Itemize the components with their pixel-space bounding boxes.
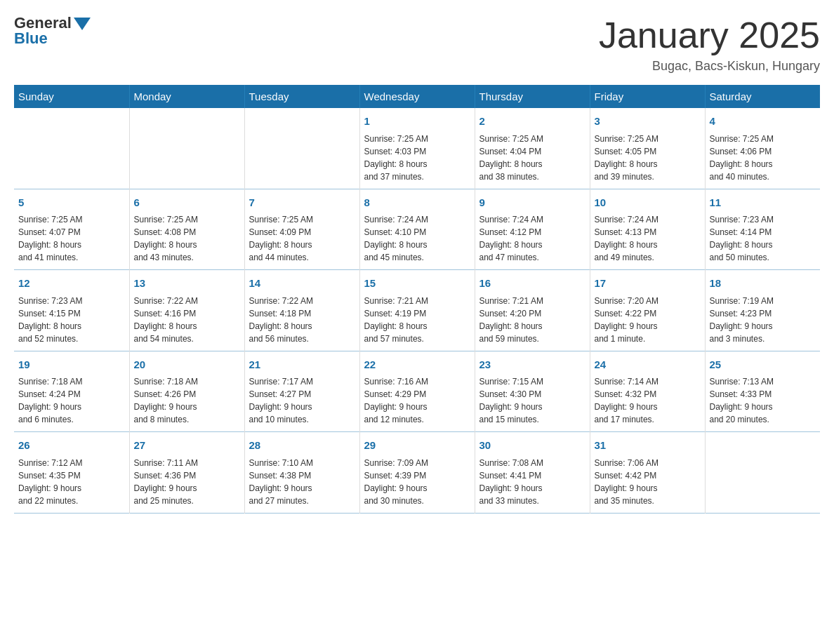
day-header-saturday: Saturday	[705, 85, 820, 108]
day-number: 12	[18, 276, 125, 292]
day-info: Sunrise: 7:08 AMSunset: 4:41 PMDaylight:…	[479, 457, 585, 507]
day-header-wednesday: Wednesday	[359, 85, 475, 108]
day-number: 22	[364, 357, 470, 373]
day-info: Sunrise: 7:18 AMSunset: 4:26 PMDaylight:…	[134, 375, 240, 426]
calendar-cell: 21Sunrise: 7:17 AMSunset: 4:27 PMDayligh…	[244, 351, 359, 432]
logo-arrow-icon	[74, 18, 91, 30]
day-number: 31	[595, 438, 701, 454]
day-info: Sunrise: 7:19 AMSunset: 4:23 PMDaylight:…	[710, 295, 816, 345]
day-number: 7	[249, 195, 355, 211]
day-header-thursday: Thursday	[475, 85, 590, 108]
calendar-cell: 2Sunrise: 7:25 AMSunset: 4:04 PMDaylight…	[475, 108, 590, 189]
day-info: Sunrise: 7:14 AMSunset: 4:32 PMDaylight:…	[595, 375, 701, 426]
logo-blue-text: Blue	[14, 29, 48, 48]
calendar-cell: 7Sunrise: 7:25 AMSunset: 4:09 PMDaylight…	[244, 189, 359, 270]
day-info: Sunrise: 7:25 AMSunset: 4:04 PMDaylight:…	[479, 133, 585, 183]
day-number: 6	[134, 195, 240, 211]
day-info: Sunrise: 7:16 AMSunset: 4:29 PMDaylight:…	[364, 375, 470, 426]
day-info: Sunrise: 7:18 AMSunset: 4:24 PMDaylight:…	[18, 375, 125, 426]
day-header-sunday: Sunday	[14, 85, 129, 108]
day-number: 21	[249, 357, 355, 373]
day-number: 25	[710, 357, 816, 373]
calendar-table: SundayMondayTuesdayWednesdayThursdayFrid…	[14, 85, 820, 514]
day-info: Sunrise: 7:25 AMSunset: 4:05 PMDaylight:…	[595, 133, 701, 183]
day-header-friday: Friday	[590, 85, 705, 108]
calendar-week-row: 5Sunrise: 7:25 AMSunset: 4:07 PMDaylight…	[14, 189, 820, 270]
calendar-cell: 5Sunrise: 7:25 AMSunset: 4:07 PMDaylight…	[14, 189, 129, 270]
day-number: 17	[595, 276, 701, 292]
calendar-cell: 14Sunrise: 7:22 AMSunset: 4:18 PMDayligh…	[244, 270, 359, 351]
calendar-cell: 31Sunrise: 7:06 AMSunset: 4:42 PMDayligh…	[590, 432, 705, 514]
day-info: Sunrise: 7:21 AMSunset: 4:19 PMDaylight:…	[364, 295, 470, 345]
day-info: Sunrise: 7:25 AMSunset: 4:07 PMDaylight:…	[18, 213, 125, 264]
calendar-cell: 17Sunrise: 7:20 AMSunset: 4:22 PMDayligh…	[590, 270, 705, 351]
day-number: 10	[595, 195, 701, 211]
calendar-cell: 1Sunrise: 7:25 AMSunset: 4:03 PMDaylight…	[359, 108, 475, 189]
day-info: Sunrise: 7:10 AMSunset: 4:38 PMDaylight:…	[249, 457, 355, 507]
calendar-cell: 27Sunrise: 7:11 AMSunset: 4:36 PMDayligh…	[129, 432, 244, 514]
calendar-cell: 22Sunrise: 7:16 AMSunset: 4:29 PMDayligh…	[359, 351, 475, 432]
title-section: January 2025 Bugac, Bacs-Kiskun, Hungary	[599, 14, 820, 74]
day-number: 18	[710, 276, 816, 292]
calendar-cell: 28Sunrise: 7:10 AMSunset: 4:38 PMDayligh…	[244, 432, 359, 514]
day-number: 16	[479, 276, 585, 292]
location-text: Bugac, Bacs-Kiskun, Hungary	[599, 59, 820, 74]
day-number: 29	[364, 438, 470, 454]
calendar-cell: 20Sunrise: 7:18 AMSunset: 4:26 PMDayligh…	[129, 351, 244, 432]
page-header: General Blue January 2025 Bugac, Bacs-Ki…	[14, 14, 820, 74]
day-info: Sunrise: 7:20 AMSunset: 4:22 PMDaylight:…	[595, 295, 701, 345]
day-header-tuesday: Tuesday	[244, 85, 359, 108]
calendar-cell	[705, 432, 820, 514]
day-info: Sunrise: 7:23 AMSunset: 4:15 PMDaylight:…	[18, 295, 125, 345]
calendar-cell: 26Sunrise: 7:12 AMSunset: 4:35 PMDayligh…	[14, 432, 129, 514]
day-number: 27	[134, 438, 240, 454]
day-info: Sunrise: 7:17 AMSunset: 4:27 PMDaylight:…	[249, 375, 355, 426]
calendar-cell: 25Sunrise: 7:13 AMSunset: 4:33 PMDayligh…	[705, 351, 820, 432]
day-number: 2	[479, 114, 585, 130]
calendar-cell: 6Sunrise: 7:25 AMSunset: 4:08 PMDaylight…	[129, 189, 244, 270]
month-title: January 2025	[599, 14, 820, 56]
day-info: Sunrise: 7:11 AMSunset: 4:36 PMDaylight:…	[134, 457, 240, 507]
day-info: Sunrise: 7:24 AMSunset: 4:13 PMDaylight:…	[595, 213, 701, 264]
day-number: 4	[710, 114, 816, 130]
calendar-cell	[14, 108, 129, 189]
calendar-cell: 16Sunrise: 7:21 AMSunset: 4:20 PMDayligh…	[475, 270, 590, 351]
day-info: Sunrise: 7:09 AMSunset: 4:39 PMDaylight:…	[364, 457, 470, 507]
calendar-cell: 11Sunrise: 7:23 AMSunset: 4:14 PMDayligh…	[705, 189, 820, 270]
day-number: 13	[134, 276, 240, 292]
calendar-cell: 18Sunrise: 7:19 AMSunset: 4:23 PMDayligh…	[705, 270, 820, 351]
calendar-cell: 8Sunrise: 7:24 AMSunset: 4:10 PMDaylight…	[359, 189, 475, 270]
calendar-cell: 29Sunrise: 7:09 AMSunset: 4:39 PMDayligh…	[359, 432, 475, 514]
calendar-cell: 9Sunrise: 7:24 AMSunset: 4:12 PMDaylight…	[475, 189, 590, 270]
calendar-cell: 15Sunrise: 7:21 AMSunset: 4:19 PMDayligh…	[359, 270, 475, 351]
day-info: Sunrise: 7:25 AMSunset: 4:03 PMDaylight:…	[364, 133, 470, 183]
day-number: 19	[18, 357, 125, 373]
day-number: 30	[479, 438, 585, 454]
day-number: 5	[18, 195, 125, 211]
calendar-cell	[129, 108, 244, 189]
day-number: 1	[364, 114, 470, 130]
day-number: 3	[595, 114, 701, 130]
day-info: Sunrise: 7:23 AMSunset: 4:14 PMDaylight:…	[710, 213, 816, 264]
day-number: 20	[134, 357, 240, 373]
day-info: Sunrise: 7:24 AMSunset: 4:10 PMDaylight:…	[364, 213, 470, 264]
day-number: 11	[710, 195, 816, 211]
calendar-cell: 24Sunrise: 7:14 AMSunset: 4:32 PMDayligh…	[590, 351, 705, 432]
calendar-week-row: 26Sunrise: 7:12 AMSunset: 4:35 PMDayligh…	[14, 432, 820, 514]
day-info: Sunrise: 7:25 AMSunset: 4:06 PMDaylight:…	[710, 133, 816, 183]
logo: General Blue	[14, 14, 91, 48]
day-info: Sunrise: 7:24 AMSunset: 4:12 PMDaylight:…	[479, 213, 585, 264]
day-header-monday: Monday	[129, 85, 244, 108]
calendar-week-row: 19Sunrise: 7:18 AMSunset: 4:24 PMDayligh…	[14, 351, 820, 432]
day-number: 26	[18, 438, 125, 454]
day-number: 14	[249, 276, 355, 292]
day-info: Sunrise: 7:25 AMSunset: 4:09 PMDaylight:…	[249, 213, 355, 264]
calendar-cell: 13Sunrise: 7:22 AMSunset: 4:16 PMDayligh…	[129, 270, 244, 351]
calendar-cell	[244, 108, 359, 189]
day-number: 24	[595, 357, 701, 373]
day-number: 9	[479, 195, 585, 211]
calendar-cell: 4Sunrise: 7:25 AMSunset: 4:06 PMDaylight…	[705, 108, 820, 189]
calendar-week-row: 12Sunrise: 7:23 AMSunset: 4:15 PMDayligh…	[14, 270, 820, 351]
calendar-cell: 30Sunrise: 7:08 AMSunset: 4:41 PMDayligh…	[475, 432, 590, 514]
day-info: Sunrise: 7:21 AMSunset: 4:20 PMDaylight:…	[479, 295, 585, 345]
